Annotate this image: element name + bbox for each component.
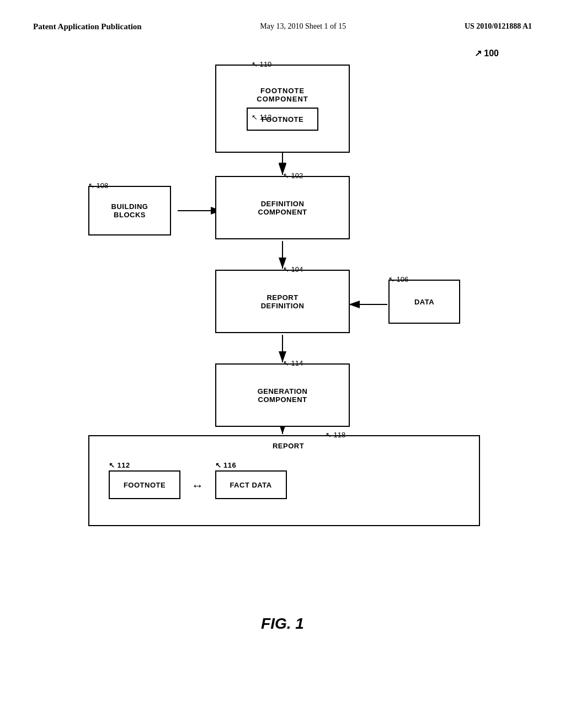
ref-label-114: ↖ 114 [283, 359, 303, 367]
ref-100: ↗ 100 [475, 48, 499, 58]
box-104-label: REPORTDEFINITION [261, 293, 305, 310]
box-116: FACT DATA [215, 470, 287, 499]
box-102-label: DEFINITIONCOMPONENT [258, 200, 307, 216]
header-left: Patent Application Publication [33, 22, 142, 31]
box-118-label: REPORT [98, 442, 479, 450]
box-110-label: FOOTNOTECOMPONENT [257, 87, 308, 103]
ref-label-104: ↖ 104 [283, 265, 303, 274]
box-108-label: BUILDINGBLOCKS [111, 202, 148, 219]
page: Patent Application Publication May 13, 2… [0, 0, 565, 728]
box-102: DEFINITIONCOMPONENT [215, 176, 350, 239]
ref-label-106: ↖ 106 [388, 275, 408, 283]
box-118: REPORT ↖ 112 FOOTNOTE ↔ ↖ 116 FACT DATA [88, 435, 480, 526]
figure-label: FIG. 1 [261, 615, 304, 633]
ref-label-102: ↖ 102 [283, 172, 303, 180]
ref-label-110: ↖ 110 [252, 60, 271, 68]
header-center: May 13, 2010 Sheet 1 of 15 [260, 22, 346, 31]
box-116-label: FACT DATA [230, 481, 271, 489]
header: Patent Application Publication May 13, 2… [33, 22, 532, 31]
box-114: GENERATIONCOMPONENT [215, 363, 350, 427]
box-106: DATA [388, 280, 460, 324]
ref-label-108: ↖ 108 [88, 181, 108, 190]
ref-label-118: ↖ 118 [326, 431, 345, 439]
double-arrow: ↔ [191, 479, 204, 493]
diagram-area: ↗ 100 FOOTNOTECOMPONENT FOOTNOTE ↖ 110 ↖… [33, 42, 532, 622]
header-right: US 2010/0121888 A1 [465, 22, 532, 31]
box-114-label: GENERATIONCOMPONENT [258, 387, 308, 404]
box-112b: FOOTNOTE [109, 470, 180, 499]
box-108: BUILDINGBLOCKS [88, 186, 171, 235]
box-110: FOOTNOTECOMPONENT FOOTNOTE [215, 65, 350, 153]
ref-label-112a: ↖ 112 [252, 113, 271, 121]
box-106-label: DATA [414, 298, 434, 306]
box-104: REPORTDEFINITION [215, 270, 350, 333]
box-112b-label: FOOTNOTE [124, 481, 166, 489]
